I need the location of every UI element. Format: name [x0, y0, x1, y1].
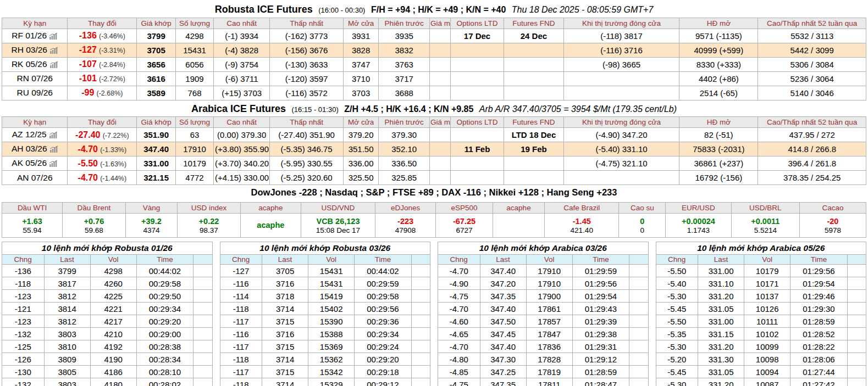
cell-empty	[193, 290, 212, 303]
chart-icon[interactable]	[49, 145, 58, 154]
ticker-label: USD/VND	[301, 203, 375, 214]
cell-last: 347.45	[480, 328, 526, 340]
cell-options-ltd: 17 Dec	[450, 29, 504, 43]
cell-empty	[847, 378, 866, 386]
cell-change: -107 (-2.84%)	[68, 57, 137, 71]
ticker-sub-value: 55.94	[3, 226, 62, 234]
global-indices-line: DowJones -228 ; Nasdaq ; S&P ; FTSE +89 …	[2, 185, 866, 200]
cell-volume: 15431	[175, 43, 213, 57]
column-header-vol: Vol	[90, 255, 136, 265]
cell-chng: -130	[2, 366, 45, 378]
ticker-sub-value: 4374	[126, 226, 176, 234]
ticker-sub-value: 15:08 Dec 17	[302, 226, 374, 234]
cell-futures-fnd	[504, 71, 563, 86]
cell-time: 01:29:39	[572, 315, 629, 328]
cell-chng: -4.70	[438, 340, 480, 353]
order-row: -123 3812 4225 00:29:50	[2, 290, 213, 303]
cell-vol: 17847	[526, 328, 572, 340]
report-timestamp: Thu 18 Dec 2025 - 08:05:59 GMT+7	[512, 5, 653, 14]
cell-vol: 17910	[526, 265, 572, 277]
cell-vol: 4260	[90, 277, 136, 290]
order-table-header-row: Chng Last Vol Time	[438, 255, 649, 265]
column-header: Số lượng	[175, 117, 213, 128]
column-header: Futures FND	[504, 18, 563, 29]
cell-low: (-5.25) 320.60	[270, 171, 344, 185]
robusta-header-row: Kỳ hạnThay đổiGiá khớpSố lượngCao nhấtTh…	[2, 18, 866, 29]
chart-icon[interactable]	[49, 46, 58, 55]
cell-chng: -4.70	[438, 303, 480, 315]
cell-empty	[193, 378, 212, 386]
column-header-last: Last	[44, 255, 90, 265]
contract-label: AZ 12/25	[12, 130, 47, 139]
ticker-value: +39.2	[126, 217, 176, 226]
change-value: -4.70	[78, 144, 98, 154]
cell-vol: 15362	[308, 353, 355, 366]
cell-prev-session: 3832	[379, 43, 430, 57]
contract-label: RN 07/26	[16, 74, 52, 83]
cell-time: 00:29:34	[136, 303, 193, 315]
column-header: Cao/Thấp nhất 52 tuần qua	[758, 117, 866, 128]
cell-prev-session: 336.50	[379, 156, 430, 171]
column-header-time: Time	[136, 255, 193, 265]
cell-bid	[430, 43, 451, 57]
futures-row: RU 09/26 -99 (-2.68%) 3589 768 (+15) 370…	[2, 86, 866, 100]
ticker-label: Dầu WTI	[2, 203, 63, 214]
cell-low: (-120) 3597	[270, 71, 344, 86]
cell-time: 01:29:38	[572, 328, 629, 340]
cell-empty	[629, 366, 648, 378]
chart-icon[interactable]	[49, 60, 58, 70]
change-value: -136	[79, 31, 97, 40]
cell-close	[563, 171, 679, 185]
arabica-futures-table: Kỳ hạnThay đổiGiá khớpSố lượngCao nhấtTh…	[2, 116, 866, 185]
cell-options-ltd	[450, 156, 504, 171]
cell-prev-session: 325.85	[379, 171, 430, 185]
cell-last: 3809	[44, 353, 90, 366]
arabica-title: Arabica ICE Futures	[191, 103, 286, 114]
cell-empty	[629, 303, 648, 315]
order-row: -4.80 347.30 17828 01:29:12	[438, 353, 649, 366]
cell-high: (+15) 3703	[214, 86, 270, 100]
cell-empty	[847, 290, 866, 303]
cell-last-price: 3799	[137, 29, 176, 43]
cell-last: 3715	[262, 340, 308, 353]
cell-last: 331.20	[698, 340, 744, 353]
cell-bid	[430, 142, 451, 156]
cell-empty	[847, 328, 866, 340]
cell-last: 347.40	[480, 340, 526, 353]
chart-icon[interactable]	[49, 159, 58, 169]
cell-last: 331.30	[698, 353, 744, 366]
ticker-sub-value: 5.5214	[732, 226, 799, 234]
cell-last: 331.00	[698, 265, 744, 277]
cell-change: -127 (-3.31%)	[68, 43, 137, 57]
cell-chng: -132	[2, 378, 45, 386]
order-table-arabica-0326: 10 lệnh mới khớp Arabica 03/26 Chng Last…	[438, 242, 649, 386]
cell-empty	[411, 340, 430, 353]
ticker-value: +0.22	[178, 217, 240, 226]
robusta-spreads: F/H = +94 ; H/K = +49 ; K/N = +40	[371, 5, 506, 14]
cell-time: 01:28:59	[572, 366, 629, 378]
chart-icon[interactable]	[49, 131, 58, 140]
column-header-vol: Vol	[526, 255, 572, 265]
cell-close: (-4.75) 321.10	[563, 156, 679, 171]
order-row: -5.50 331.00 10111 01:28:59	[656, 315, 866, 328]
cell-chng: -4.90	[438, 277, 480, 290]
chart-icon[interactable]	[49, 32, 58, 41]
contract-label: RF 01/26	[12, 31, 47, 40]
ticker-sub-value: 1.1743	[666, 226, 730, 234]
cell-options-ltd	[450, 43, 504, 57]
order-row: -5.45 331.05 10094 01:27:44	[656, 366, 866, 378]
cell-volume: 17910	[175, 142, 213, 156]
contract-label: AK 05/26	[12, 158, 47, 167]
cell-close	[563, 86, 679, 100]
cell-last: 3705	[262, 265, 308, 277]
ticker-cell: +1.63 55.94	[2, 214, 63, 238]
order-row: -121 3814 4221 00:29:34	[2, 303, 213, 315]
change-value: -4.70	[78, 173, 98, 182]
column-header: Khi thị trường đóng cửa	[563, 18, 679, 29]
cell-empty	[629, 378, 648, 386]
cell-open-interest: 36861 (+237)	[679, 156, 758, 171]
cell-empty	[193, 277, 212, 290]
cell-last: 3812	[44, 290, 90, 303]
cell-empty	[847, 353, 866, 366]
cell-time: 01:29:43	[572, 303, 629, 315]
